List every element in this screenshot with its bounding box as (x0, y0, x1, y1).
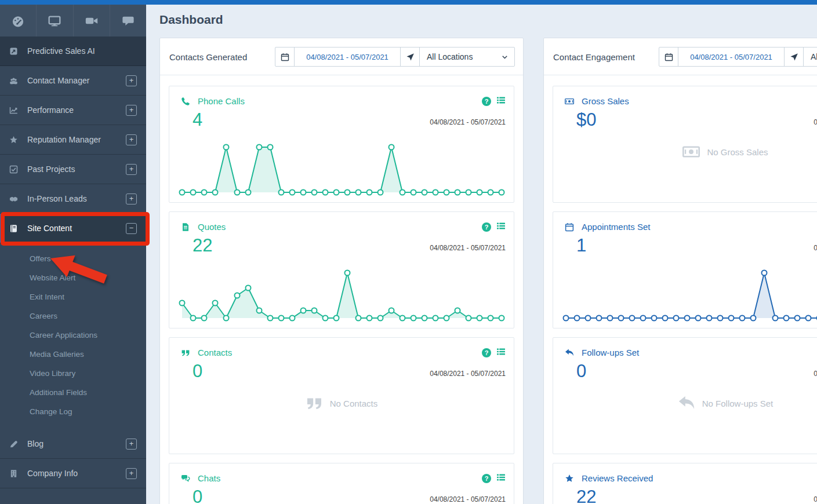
expand-icon[interactable]: + (126, 75, 137, 86)
submenu-item-media-galleries[interactable]: Media Galleries (0, 345, 146, 364)
expand-icon[interactable]: + (126, 439, 137, 450)
location-arrow-button[interactable] (401, 48, 420, 66)
sidebar-item-label: Performance (27, 105, 126, 115)
list-view-button[interactable] (496, 473, 506, 484)
list-icon (496, 347, 506, 356)
collapse-icon[interactable]: − (126, 223, 137, 234)
card-appointments-set: Appointments Set ? 1 04/08/2021 - 05/07/… (553, 211, 817, 328)
date-range-input[interactable] (678, 52, 784, 62)
pencil-icon (9, 440, 18, 448)
list-view-button[interactable] (496, 347, 506, 359)
list-view-button[interactable] (496, 221, 506, 233)
help-icon[interactable]: ? (482, 474, 491, 483)
sparkline-chart (179, 265, 505, 323)
nav-icon (790, 53, 798, 61)
monitor-icon (48, 14, 61, 27)
card-title-label: Appointments Set (582, 222, 650, 232)
sidebar-item-reputation-manager[interactable]: Reputation Manager+ (0, 125, 146, 155)
card-value: 22 (193, 235, 212, 256)
location-select[interactable]: All Locations (420, 48, 514, 66)
empty-state: No Contacts (169, 395, 514, 412)
sidebar-item-blog[interactable]: Blog+ (0, 429, 146, 459)
topbar-gauge-button[interactable] (0, 5, 37, 36)
location-select[interactable]: All Locations (804, 48, 817, 66)
card-date-range: 04/08/2021 - 05/07/2021 (430, 244, 506, 252)
submenu-item-video-library[interactable]: Video Library (0, 364, 146, 383)
nav-icon (406, 53, 415, 61)
card-date-range: 04/08/2021 - 05/07/2021 (814, 118, 817, 126)
help-icon[interactable]: ? (482, 222, 491, 232)
handshake-icon (9, 195, 18, 203)
money-icon (565, 97, 574, 106)
topbar-monitor-button[interactable] (37, 5, 73, 36)
help-icon[interactable]: ? (482, 348, 491, 357)
card-title-label: Quotes (198, 222, 226, 232)
card-phone-calls: Phone Calls ? 4 04/08/2021 - 05/07/2021 (169, 86, 514, 203)
submenu-item-exit-intent[interactable]: Exit Intent (0, 287, 146, 306)
expand-icon[interactable]: + (126, 164, 137, 175)
submenu-item-career-applications[interactable]: Career Applications (0, 326, 146, 345)
card-date-range: 04/08/2021 - 05/07/2021 (814, 244, 817, 252)
topbar-chat-button[interactable] (110, 5, 146, 36)
expand-icon[interactable]: + (126, 468, 137, 479)
sidebar-item-label: Past Projects (27, 165, 126, 174)
main-content: Dashboard Contacts Generated All Locatio… (146, 5, 817, 504)
panel-filters: All Locations (275, 47, 515, 67)
location-select-value: All Locations (427, 52, 473, 61)
topbar-camera-button[interactable] (74, 5, 110, 36)
date-range-cell (295, 48, 401, 66)
empty-state: No Follow-ups Set (553, 395, 817, 412)
location-arrow-button[interactable] (785, 48, 804, 66)
calendar-icon (565, 222, 574, 232)
reply-icon (565, 348, 574, 357)
expand-icon[interactable]: + (126, 105, 137, 116)
sidebar-item-contact-manager[interactable]: Contact Manager+ (0, 66, 146, 96)
quote-icon (306, 395, 323, 412)
star-icon (9, 136, 18, 144)
card-title-label: Chats (198, 473, 220, 483)
sidebar-item-site-content[interactable]: Site Content− (0, 214, 146, 243)
list-icon (496, 96, 506, 105)
sidebar-item-performance[interactable]: Performance+ (0, 96, 146, 125)
quote-icon (181, 348, 190, 357)
card-title-label: Contacts (198, 348, 232, 357)
location-select-value: All Locations (811, 52, 817, 61)
card-contacts: Contacts ? 0 04/08/2021 - 05/07/2021 No … (169, 337, 514, 454)
panel-title: Contact Engagement (553, 52, 635, 61)
list-icon (496, 221, 506, 231)
sidebar-item-label: Predictive Sales AI (27, 46, 137, 56)
submenu-item-additional-fields[interactable]: Additional Fields (0, 383, 146, 402)
sparkline-chart (562, 265, 817, 323)
list-icon (496, 473, 506, 482)
calendar-button[interactable] (275, 48, 295, 66)
submenu-item-offers[interactable]: Offers (0, 249, 146, 268)
panel-contacts-generated: Contacts Generated All Locations Phone C… (159, 38, 524, 504)
card-title-label: Reviews Received (582, 473, 653, 483)
sidebar-item-in-person-leads[interactable]: In-Person Leads+ (0, 184, 146, 214)
card-follow-ups-set: Follow-ups Set ? 0 04/08/2021 - 05/07/20… (553, 337, 817, 454)
page-title: Dashboard (159, 13, 223, 27)
expand-icon[interactable]: + (126, 193, 137, 204)
help-icon[interactable]: ? (482, 97, 491, 106)
submenu-item-careers[interactable]: Careers (0, 306, 146, 326)
sidebar-item-label: In-Person Leads (27, 194, 126, 203)
card-title-chats: Chats (181, 473, 220, 483)
expand-icon[interactable]: + (126, 134, 137, 145)
submenu-item-website-alert[interactable]: Website Alert (0, 268, 146, 287)
calendar-button[interactable] (659, 48, 678, 66)
reply-icon (678, 395, 695, 412)
list-view-button[interactable] (496, 96, 506, 107)
book-icon (9, 224, 18, 233)
panel-filters: All Locations (659, 47, 817, 67)
sidebar-item-company-info[interactable]: Company Info+ (0, 459, 146, 488)
panel-contact-engagement: Contact Engagement All Locations Gross S… (543, 38, 817, 504)
chat-icon (122, 14, 135, 27)
card-value: 0 (193, 361, 202, 382)
sidebar-item-label: Reputation Manager (27, 135, 126, 144)
sidebar-item-past-projects[interactable]: Past Projects+ (0, 155, 146, 184)
calendar-icon (665, 53, 673, 61)
submenu-item-change-log[interactable]: Change Log (0, 402, 146, 421)
sidebar-item-predictive-sales-ai[interactable]: Predictive Sales AI (0, 36, 146, 66)
sidebar: Predictive Sales AI Contact Manager+ Per… (0, 5, 146, 504)
date-range-input[interactable] (295, 52, 400, 62)
